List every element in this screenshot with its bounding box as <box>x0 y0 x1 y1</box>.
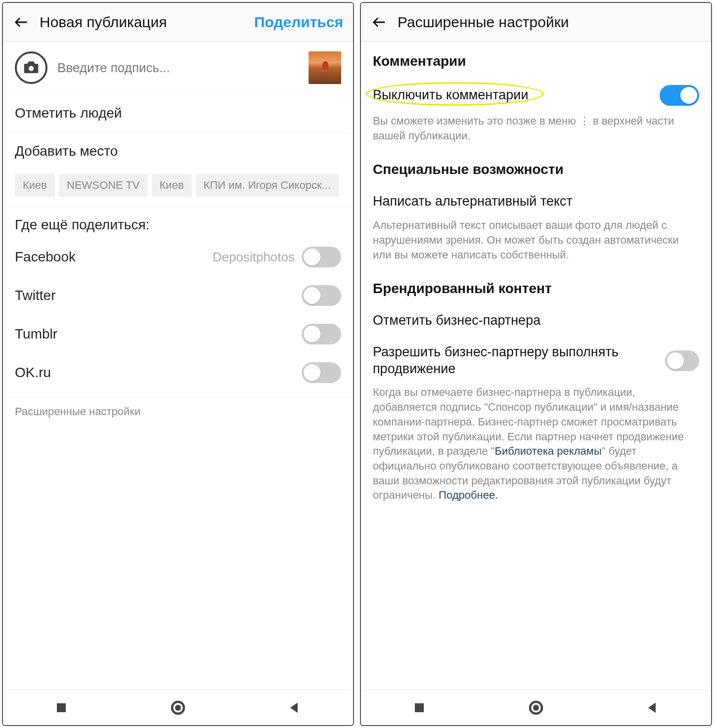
share-button[interactable]: Поделиться <box>254 14 343 31</box>
svg-point-6 <box>533 705 539 711</box>
screen-new-post: Новая публикация Поделиться Отметить люд… <box>2 2 354 726</box>
svg-point-0 <box>29 66 34 71</box>
tag-partner-label: Отметить бизнес-партнера <box>373 312 540 329</box>
tag-people-row[interactable]: Отметить людей <box>3 94 353 132</box>
caption-row <box>3 42 353 94</box>
camera-icon[interactable] <box>15 51 47 84</box>
alt-text-row[interactable]: Написать альтернативный текст <box>361 184 711 216</box>
nav-home-icon[interactable] <box>527 699 545 717</box>
tumblr-toggle[interactable] <box>302 324 341 344</box>
share-label: Twitter <box>15 288 55 303</box>
disable-comments-label: Выключить комментарии <box>373 87 528 104</box>
tag-partner-row[interactable]: Отметить бизнес-партнера <box>361 303 711 335</box>
caption-input[interactable] <box>57 60 299 76</box>
disable-comments-desc: Вы сможете изменить это позже в меню ⋮ в… <box>361 112 711 150</box>
svg-rect-1 <box>57 703 66 712</box>
allow-promo-row: Разрешить бизнес-партнеру выполнять прод… <box>361 335 711 384</box>
share-section-title: Где ещё поделиться: <box>15 217 341 233</box>
nav-back-icon[interactable] <box>286 699 304 717</box>
page-title: Новая публикация <box>40 14 244 31</box>
allow-promo-label: Разрешить бизнес-партнеру выполнять прод… <box>373 344 658 378</box>
disable-comments-text: Выключить комментарии <box>373 87 528 102</box>
facebook-toggle[interactable] <box>302 247 341 267</box>
page-title: Расширенные настройки <box>398 14 701 31</box>
svg-rect-4 <box>415 703 424 712</box>
header: Новая публикация Поделиться <box>3 3 353 42</box>
share-row-tumblr: Tumblr <box>15 315 341 353</box>
disable-comments-row: Выключить комментарии <box>361 76 711 112</box>
nav-back-icon[interactable] <box>644 699 662 717</box>
share-label: Facebook <box>15 249 76 265</box>
content: Отметить людей Добавить место Киев NEWSO… <box>3 42 353 689</box>
advanced-settings-row: Расширенные настройки <box>3 397 353 426</box>
alt-text-desc: Альтернативный текст описывает ваши фото… <box>361 216 711 269</box>
branded-desc: Когда вы отмечаете бизнес-партнера в пуб… <box>361 383 711 510</box>
nav-home-icon[interactable] <box>169 699 187 717</box>
share-row-facebook: Facebook Depositphotos <box>15 238 341 276</box>
alt-text-label: Написать альтернативный текст <box>373 193 573 210</box>
learn-more-link[interactable]: Подробнее. <box>439 489 498 501</box>
content: Комментарии Выключить комментарии Вы смо… <box>361 42 711 689</box>
share-row-twitter: Twitter <box>15 276 341 315</box>
share-hint: Depositphotos <box>213 250 295 265</box>
post-thumbnail[interactable] <box>309 51 341 84</box>
svg-point-3 <box>175 705 181 711</box>
android-navbar <box>3 689 353 725</box>
location-chip[interactable]: Киев <box>152 174 192 197</box>
twitter-toggle[interactable] <box>302 285 341 306</box>
location-chip[interactable]: NEWSONE TV <box>59 174 148 197</box>
comments-section-title: Комментарии <box>361 42 711 76</box>
advanced-settings-link[interactable]: Расширенные настройки <box>15 405 140 418</box>
header: Расширенные настройки <box>361 3 711 42</box>
location-chips: Киев NEWSONE TV Киев КПИ им. Игоря Сикор… <box>3 170 353 207</box>
share-section: Где ещё поделиться: Facebook Depositphot… <box>3 207 353 392</box>
nav-recent-icon[interactable] <box>52 699 70 717</box>
okru-toggle[interactable] <box>302 362 341 383</box>
location-chip[interactable]: Киев <box>15 174 55 197</box>
android-navbar <box>361 689 711 725</box>
nav-recent-icon[interactable] <box>410 699 428 717</box>
disable-comments-toggle[interactable] <box>660 85 699 106</box>
allow-promo-toggle[interactable] <box>665 350 699 371</box>
back-arrow-icon[interactable] <box>371 14 388 31</box>
ad-library-link[interactable]: Библиотека рекламы <box>495 445 602 457</box>
share-label: Tumblr <box>15 326 57 342</box>
accessibility-section-title: Специальные возможности <box>361 150 711 184</box>
screen-advanced-settings: Расширенные настройки Комментарии Выключ… <box>360 2 712 726</box>
add-location-row[interactable]: Добавить место <box>3 132 353 170</box>
back-arrow-icon[interactable] <box>13 14 30 31</box>
branded-section-title: Брендированный контент <box>361 269 711 303</box>
location-chip[interactable]: КПИ им. Игоря Сикорск... <box>196 174 339 197</box>
share-row-okru: OK.ru <box>15 353 341 392</box>
share-label: OK.ru <box>15 365 51 381</box>
